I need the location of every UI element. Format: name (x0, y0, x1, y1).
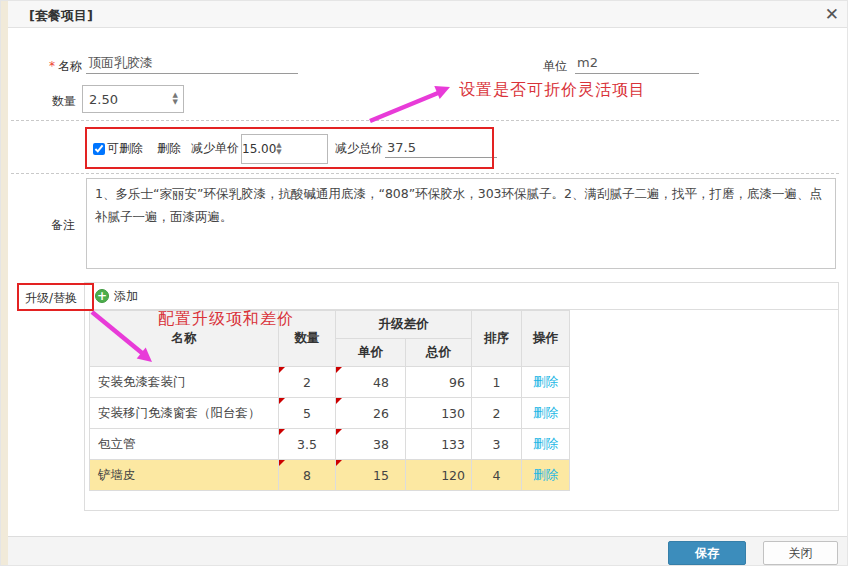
page-background-strip (1, 1, 8, 566)
annotation-discount-note: 设置是否可折价灵活项目 (459, 80, 646, 101)
editable-marker-icon (336, 367, 342, 373)
cell-action: 删除 (522, 429, 570, 460)
deletable-checkbox-label: 可删除 (107, 140, 143, 157)
editable-marker-icon (279, 429, 285, 435)
add-plus-icon: + (95, 289, 109, 303)
cell-unit-price[interactable]: 26 (336, 398, 406, 429)
cell-action: 删除 (522, 367, 570, 398)
cell-total-price: 120 (406, 460, 472, 491)
qty-spin-arrows[interactable]: ▲ ▼ (173, 92, 183, 106)
cell-qty[interactable]: 5 (279, 398, 336, 429)
reduce-total-price-input[interactable] (385, 139, 497, 158)
reduce-unit-price-value: 15.00 (242, 142, 276, 156)
dialog-title: [套餐项目] (29, 7, 93, 25)
editable-marker-icon (279, 367, 285, 373)
cell-qty[interactable]: 8 (279, 460, 336, 491)
spin-down-icon[interactable]: ▼ (276, 149, 281, 156)
editable-marker-icon (279, 398, 285, 404)
package-item-dialog: [套餐项目] ✕ *名称 单位 数量 2.50 ▲ ▼ 设置是否可折价灵活项目 … (0, 0, 848, 566)
cell-sort: 1 (472, 367, 522, 398)
remark-textarea[interactable]: 1、多乐士“家丽安”环保乳胶漆，抗酸碱通用底漆，“808”环保胶水，303环保腻… (86, 178, 836, 269)
name-label: *名称 (49, 58, 82, 75)
editable-marker-icon (336, 429, 342, 435)
separator-dashed-1 (11, 120, 839, 121)
qty-value: 2.50 (83, 92, 173, 107)
delete-label: 删除 (157, 140, 181, 157)
cell-sort: 4 (472, 460, 522, 491)
deletable-row: 可删除 删除 减少单价 15.00 ▲ ▼ 减少总价 (93, 128, 497, 169)
cell-name: 铲墙皮 (90, 460, 279, 491)
cell-total-price: 130 (406, 398, 472, 429)
cell-qty[interactable]: 3.5 (279, 429, 336, 460)
col-header-diff-group: 升级差价 (336, 311, 472, 339)
unit-input[interactable] (575, 53, 699, 74)
cell-unit-price[interactable]: 48 (336, 367, 406, 398)
add-button-label: 添加 (114, 288, 138, 305)
col-header-unit-price: 单价 (336, 339, 406, 367)
editable-marker-icon (279, 460, 285, 466)
col-header-sort: 排序 (472, 311, 522, 367)
deletable-checkbox[interactable] (93, 143, 105, 155)
name-label-text: 名称 (58, 59, 82, 73)
cell-sort: 3 (472, 429, 522, 460)
close-button[interactable]: 关闭 (763, 541, 838, 565)
spin-down-icon[interactable]: ▼ (173, 99, 178, 106)
cell-sort: 2 (472, 398, 522, 429)
required-asterisk: * (49, 59, 55, 73)
upgrade-section-label: 升级/替换 (25, 290, 77, 307)
cell-total-price: 133 (406, 429, 472, 460)
table-row: 安装免漆套装门 2 48 96 1 删除 (90, 367, 570, 398)
delete-row-link[interactable]: 删除 (533, 374, 558, 389)
qty-label: 数量 (52, 93, 76, 110)
cell-unit-price[interactable]: 38 (336, 429, 406, 460)
close-icon[interactable]: ✕ (825, 4, 839, 24)
cell-name: 包立管 (90, 429, 279, 460)
delete-row-link[interactable]: 删除 (533, 405, 558, 420)
upgrade-table: 名称 数量 升级差价 排序 操作 单价 总价 安装免漆套装门 2 48 96 1… (89, 310, 570, 491)
remark-label: 备注 (51, 217, 75, 234)
cell-total-price: 96 (406, 367, 472, 398)
cell-action: 删除 (522, 398, 570, 429)
editable-marker-icon (336, 398, 342, 404)
editable-marker-icon (336, 460, 342, 466)
add-button[interactable]: + 添加 (85, 283, 838, 310)
delete-row-link[interactable]: 删除 (533, 436, 558, 451)
unit-label: 单位 (543, 58, 567, 75)
table-row: 包立管 3.5 38 133 3 删除 (90, 429, 570, 460)
table-row-selected: 铲墙皮 8 15 120 4 删除 (90, 460, 570, 491)
annotation-upgrade-note: 配置升级项和差价 (158, 309, 294, 330)
cell-name: 安装移门免漆窗套（阳台套） (90, 398, 279, 429)
dialog-titlebar: [套餐项目] ✕ (8, 1, 848, 28)
cell-unit-price[interactable]: 15 (336, 460, 406, 491)
cell-action: 删除 (522, 460, 570, 491)
reduce-total-price-label: 减少总价 (335, 140, 383, 157)
separator-dashed-2 (11, 173, 839, 174)
reduce-unit-spin-arrows[interactable]: ▲ ▼ (276, 142, 286, 156)
table-row: 安装移门免漆窗套（阳台套） 5 26 130 2 删除 (90, 398, 570, 429)
cell-name: 安装免漆套装门 (90, 367, 279, 398)
reduce-unit-price-label: 减少单价 (191, 140, 239, 157)
col-header-total-price: 总价 (406, 339, 472, 367)
save-button[interactable]: 保存 (668, 541, 746, 565)
col-header-action: 操作 (522, 311, 570, 367)
qty-stepper[interactable]: 2.50 ▲ ▼ (82, 85, 184, 113)
reduce-unit-price-stepper[interactable]: 15.00 ▲ ▼ (241, 134, 328, 164)
name-input[interactable] (86, 53, 298, 74)
cell-qty[interactable]: 2 (279, 367, 336, 398)
delete-row-link[interactable]: 删除 (533, 467, 558, 482)
